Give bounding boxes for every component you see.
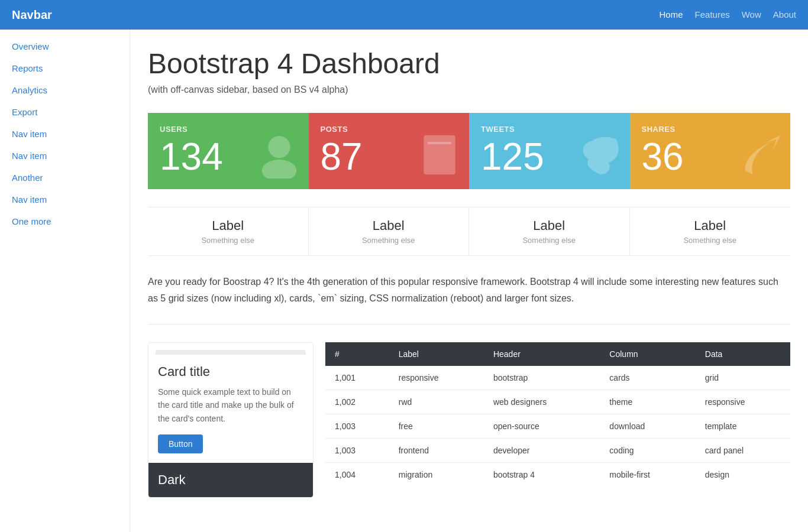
divider-sub: Something else: [642, 236, 779, 245]
navbar-brand[interactable]: Navbar: [12, 8, 52, 22]
divider-label: Label: [642, 218, 779, 233]
sidebar-item-3[interactable]: Export: [0, 101, 130, 123]
table-cell: migration: [389, 462, 484, 486]
table-cell: coding: [600, 438, 695, 462]
table-cell: open-source: [484, 414, 600, 438]
navbar-links: HomeFeaturesWowAbout: [660, 9, 796, 20]
table-row: 1,003freeopen-sourcedownloadtemplate: [325, 414, 790, 438]
table-cell: 1,001: [325, 366, 389, 390]
table-container: #LabelHeaderColumnData 1,001responsivebo…: [325, 342, 790, 498]
table-cell: 1,003: [325, 414, 389, 438]
stat-cards-row: USERS 134 POSTS 87 TWEETS 125 SHARES 36: [148, 113, 790, 189]
sidebar-item-0[interactable]: Overview: [0, 35, 130, 57]
card-dark-section: Dark: [148, 463, 313, 497]
card-button[interactable]: Button: [158, 434, 203, 453]
divider-row: Label Something else Label Something els…: [148, 207, 790, 256]
sidebar-item-2[interactable]: Analytics: [0, 79, 130, 101]
sidebar-item-7[interactable]: Nav item: [0, 189, 130, 210]
table-row: 1,004migrationbootstrap 4mobile-firstdes…: [325, 462, 790, 486]
table-cell: bootstrap: [484, 366, 600, 390]
table-row: 1,001responsivebootstrapcardsgrid: [325, 366, 790, 390]
layout: OverviewReportsAnalyticsExportNav itemNa…: [0, 30, 808, 532]
description-text: Are you ready for Boostrap 4? It's the 4…: [148, 274, 790, 324]
stat-bg-icon: [256, 131, 303, 186]
sidebar-item-8[interactable]: One more: [0, 210, 130, 232]
divider-cell-2: Label Something else: [469, 207, 630, 255]
table-header-cell: Column: [600, 342, 695, 366]
divider-sub: Something else: [321, 236, 457, 245]
table-cell: mobile-first: [600, 462, 695, 486]
main-content: Bootstrap 4 Dashboard (with off-canvas s…: [130, 30, 808, 532]
table-row: 1,002rwdweb designersthemeresponsive: [325, 390, 790, 414]
table-header-cell: Header: [484, 342, 600, 366]
table-cell: responsive: [696, 390, 790, 414]
navbar-link-home[interactable]: Home: [660, 9, 683, 20]
table-header-cell: Data: [696, 342, 790, 366]
navbar-link-about[interactable]: About: [773, 9, 796, 20]
sidebar-item-6[interactable]: Another: [0, 167, 130, 189]
table-cell: frontend: [389, 438, 484, 462]
table-cell: 1,004: [325, 462, 389, 486]
divider-sub: Something else: [160, 236, 296, 245]
sidebar: OverviewReportsAnalyticsExportNav itemNa…: [0, 30, 130, 532]
stat-card-tweets: TWEETS 125: [469, 113, 630, 189]
divider-cell-3: Label Something else: [630, 207, 791, 255]
divider-label: Label: [321, 218, 457, 233]
table-cell: design: [696, 462, 790, 486]
table-cell: rwd: [389, 390, 484, 414]
card-text: Some quick example text to build on the …: [158, 385, 303, 425]
table-cell: developer: [484, 438, 600, 462]
table-cell: theme: [600, 390, 695, 414]
divider-cell-1: Label Something else: [309, 207, 470, 255]
svg-point-1: [261, 160, 296, 179]
stat-bg-icon: [416, 131, 463, 186]
stat-card-users: USERS 134: [148, 113, 309, 189]
divider-label: Label: [160, 218, 296, 233]
table-cell: download: [600, 414, 695, 438]
page-subtitle: (with off-canvas sidebar, based on BS v4…: [148, 85, 790, 95]
table-cell: card panel: [696, 438, 790, 462]
table-cell: cards: [600, 366, 695, 390]
navbar-link-features[interactable]: Features: [695, 9, 730, 20]
divider-sub: Something else: [481, 236, 618, 245]
data-table: #LabelHeaderColumnData 1,001responsivebo…: [325, 342, 790, 486]
table-cell: web designers: [484, 390, 600, 414]
navbar: Navbar HomeFeaturesWowAbout: [0, 0, 808, 30]
table-cell: bootstrap 4: [484, 462, 600, 486]
table-header-cell: #: [325, 342, 389, 366]
sidebar-item-5[interactable]: Nav item: [0, 145, 130, 167]
svg-point-0: [268, 136, 290, 158]
stat-card-posts: POSTS 87: [309, 113, 470, 189]
table-cell: 1,002: [325, 390, 389, 414]
sidebar-item-1[interactable]: Reports: [0, 57, 130, 79]
bottom-section: Card title Some quick example text to bu…: [148, 342, 790, 498]
card-body: Card title Some quick example text to bu…: [148, 355, 313, 463]
stat-bg-icon: [737, 131, 784, 186]
card: Card title Some quick example text to bu…: [148, 342, 313, 498]
stat-card-shares: SHARES 36: [630, 113, 791, 189]
table-cell: template: [696, 414, 790, 438]
table-cell: 1,003: [325, 438, 389, 462]
table-cell: free: [389, 414, 484, 438]
divider-label: Label: [481, 218, 618, 233]
navbar-link-wow[interactable]: Wow: [742, 9, 761, 20]
table-cell: responsive: [389, 366, 484, 390]
table-body: 1,001responsivebootstrapcardsgrid1,002rw…: [325, 366, 790, 486]
table-cell: grid: [696, 366, 790, 390]
table-header-row: #LabelHeaderColumnData: [325, 342, 790, 366]
table-head: #LabelHeaderColumnData: [325, 342, 790, 366]
page-title: Bootstrap 4 Dashboard: [148, 47, 790, 80]
table-row: 1,003frontenddevelopercodingcard panel: [325, 438, 790, 462]
divider-cell-0: Label Something else: [148, 207, 309, 255]
card-title: Card title: [158, 364, 303, 379]
svg-rect-2: [424, 135, 455, 175]
stat-bg-icon: [577, 131, 624, 186]
card-image-placeholder: [156, 350, 306, 355]
sidebar-item-4[interactable]: Nav item: [0, 123, 130, 145]
table-header-cell: Label: [389, 342, 484, 366]
